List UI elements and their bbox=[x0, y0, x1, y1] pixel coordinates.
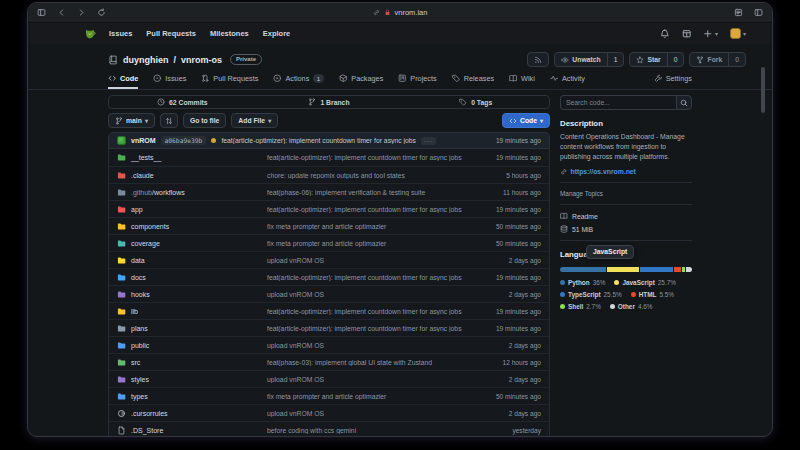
table-row[interactable]: docsfeat(article-optimizer): implement c… bbox=[109, 268, 549, 285]
fork-button[interactable]: Fork 0 bbox=[689, 52, 746, 67]
commit-author-avatar[interactable] bbox=[117, 136, 126, 145]
table-row[interactable]: .cursorrulesupload vnROM OS2 days ago bbox=[109, 404, 549, 421]
table-row[interactable]: componentsfix meta prompter and article … bbox=[109, 217, 549, 234]
website-link[interactable]: https://os.vnrom.net bbox=[571, 168, 636, 175]
language-bar-segment[interactable] bbox=[686, 267, 692, 272]
table-row[interactable]: .github/workflowsfeat(phase-06): impleme… bbox=[109, 183, 549, 200]
gitea-logo-icon[interactable] bbox=[84, 28, 96, 40]
folder-link[interactable]: .claude bbox=[117, 171, 267, 180]
search-button[interactable] bbox=[676, 95, 692, 110]
code-download-button[interactable]: Code▾ bbox=[502, 113, 550, 128]
language-bar-segment[interactable] bbox=[560, 267, 606, 272]
language-bar-segment[interactable] bbox=[607, 267, 640, 272]
header-nav-milestones[interactable]: Milestones bbox=[210, 29, 249, 38]
tab-pull-requests[interactable]: Pull Requests bbox=[201, 74, 258, 89]
folder-link[interactable]: src bbox=[117, 358, 267, 367]
folder-link[interactable]: lib bbox=[117, 307, 267, 316]
commit-status-icon[interactable] bbox=[211, 138, 216, 143]
rss-button[interactable] bbox=[527, 52, 549, 67]
commits-stat[interactable]: 62 Commits bbox=[109, 96, 256, 108]
user-menu[interactable]: ▾ bbox=[730, 28, 746, 39]
header-nav-explore[interactable]: Explore bbox=[263, 29, 291, 38]
apps-grid-icon[interactable] bbox=[682, 29, 692, 39]
watch-count[interactable]: 1 bbox=[607, 53, 624, 66]
table-row[interactable]: appfeat(article-optimizer): implement co… bbox=[109, 200, 549, 217]
tab-code[interactable]: Code bbox=[108, 74, 138, 89]
row-commit-message[interactable]: upload vnROM OS bbox=[267, 410, 509, 417]
row-commit-message[interactable]: feat(article-optimizer): implement count… bbox=[267, 274, 496, 281]
branches-stat[interactable]: 1 Branch bbox=[256, 96, 403, 108]
language-legend-item[interactable]: Shell2.7% bbox=[560, 303, 601, 310]
scrollbar[interactable] bbox=[761, 67, 765, 113]
fork-count[interactable]: 0 bbox=[728, 53, 745, 66]
notifications-bell-icon[interactable] bbox=[660, 29, 670, 39]
folder-link[interactable]: styles bbox=[117, 375, 267, 384]
table-row[interactable]: plansfeat(article-optimizer): implement … bbox=[109, 319, 549, 336]
compare-button[interactable] bbox=[160, 113, 178, 128]
back-icon[interactable] bbox=[57, 8, 66, 17]
file-link[interactable]: .DS_Store bbox=[117, 426, 267, 435]
readme-link[interactable]: Readme bbox=[560, 212, 692, 220]
row-commit-message[interactable]: before coding with ccs gemini bbox=[267, 427, 512, 434]
star-button[interactable]: Star 0 bbox=[629, 52, 684, 67]
table-row[interactable]: coveragefix meta prompter and article op… bbox=[109, 234, 549, 251]
star-count[interactable]: 0 bbox=[667, 53, 684, 66]
table-row[interactable]: typesfix meta prompter and article optim… bbox=[109, 387, 549, 404]
tab-issues[interactable]: Issues bbox=[153, 74, 186, 89]
row-commit-message[interactable]: upload vnROM OS bbox=[267, 257, 509, 264]
table-row[interactable]: srcfeat(phase-03): implement global UI s… bbox=[109, 353, 549, 370]
row-commit-message[interactable]: feat(phase-06): implement verification &… bbox=[267, 189, 503, 196]
folder-link[interactable]: plans bbox=[117, 324, 267, 333]
language-legend-item[interactable]: JavaScript25.7% bbox=[614, 279, 675, 286]
row-commit-message[interactable]: upload vnROM OS bbox=[267, 291, 509, 298]
commit-hash-badge[interactable]: a06ba9e39b bbox=[161, 136, 207, 145]
row-commit-message[interactable]: upload vnROM OS bbox=[267, 342, 509, 349]
tags-stat[interactable]: 0 Tags bbox=[402, 96, 549, 108]
address-bar[interactable]: vnrom.lan bbox=[28, 8, 772, 17]
row-commit-message[interactable]: feat(article-optimizer): implement count… bbox=[267, 206, 496, 213]
row-commit-message[interactable]: fix meta prompter and article optimazier bbox=[267, 240, 496, 247]
row-commit-message[interactable]: feat(article-optimizer): implement count… bbox=[267, 308, 496, 315]
folder-link[interactable]: __tests__ bbox=[117, 153, 267, 162]
tab-wiki[interactable]: Wiki bbox=[509, 74, 535, 89]
table-row[interactable]: libfeat(article-optimizer): implement co… bbox=[109, 302, 549, 319]
reload-icon[interactable] bbox=[97, 8, 106, 17]
language-bar-segment[interactable] bbox=[674, 267, 681, 272]
tab-packages[interactable]: Packages bbox=[339, 74, 383, 89]
language-bar-segment[interactable] bbox=[682, 267, 685, 272]
create-new-button[interactable]: ▾ bbox=[703, 29, 718, 39]
folder-link[interactable]: coverage bbox=[117, 239, 267, 248]
forward-icon[interactable] bbox=[77, 8, 86, 17]
header-nav-pull-requests[interactable]: Pull Requests bbox=[146, 29, 196, 38]
commit-message[interactable]: feat(article-optimizer): implement count… bbox=[221, 137, 416, 144]
table-row[interactable]: publicupload vnROM OS2 days ago bbox=[109, 336, 549, 353]
commit-author[interactable]: vnROM bbox=[131, 137, 156, 144]
folder-link[interactable]: app bbox=[117, 205, 267, 214]
table-row[interactable]: hooksupload vnROM OS2 days ago bbox=[109, 285, 549, 302]
folder-link[interactable]: .github/workflows bbox=[117, 188, 267, 197]
row-commit-message[interactable]: feat(phase-03): implement global UI stat… bbox=[267, 359, 503, 366]
table-row[interactable]: dataupload vnROM OS2 days ago bbox=[109, 251, 549, 268]
table-row[interactable]: .DS_Storebefore coding with ccs geminiye… bbox=[109, 421, 549, 437]
language-bar[interactable] bbox=[560, 267, 692, 272]
tab-activity[interactable]: Activity bbox=[550, 74, 585, 89]
tab-actions[interactable]: Actions1 bbox=[273, 74, 324, 89]
row-commit-message[interactable]: feat(article-optimizer): implement count… bbox=[267, 154, 496, 161]
table-row[interactable]: stylesupload vnROM OS2 days ago bbox=[109, 370, 549, 387]
folder-link[interactable]: types bbox=[117, 392, 267, 401]
reader-mode-icon[interactable] bbox=[734, 8, 743, 17]
tab-settings[interactable]: Settings bbox=[654, 74, 692, 89]
folder-link[interactable]: public bbox=[117, 341, 267, 350]
language-legend-item[interactable]: TypeScript25.5% bbox=[560, 291, 622, 298]
watch-button[interactable]: Unwatch 1 bbox=[554, 52, 624, 67]
go-to-file-button[interactable]: Go to file bbox=[183, 113, 226, 128]
repo-owner-link[interactable]: duynghien bbox=[123, 55, 169, 65]
folder-link[interactable]: components bbox=[117, 222, 267, 231]
header-nav-issues[interactable]: Issues bbox=[109, 29, 132, 38]
row-commit-message[interactable]: fix meta prompter and article optimazier bbox=[267, 393, 496, 400]
tab-projects[interactable]: Projects bbox=[398, 74, 436, 89]
file-link[interactable]: .cursorrules bbox=[117, 409, 267, 418]
language-legend-item[interactable]: Python36% bbox=[560, 279, 605, 286]
folder-link[interactable]: hooks bbox=[117, 290, 267, 299]
row-commit-message[interactable]: feat(article-optimizer): implement count… bbox=[267, 325, 496, 332]
